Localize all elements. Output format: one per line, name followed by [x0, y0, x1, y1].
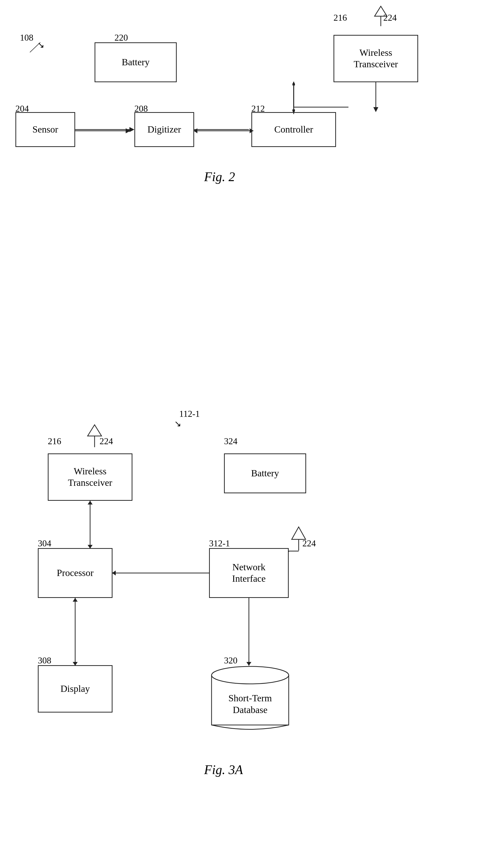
svg-marker-40 — [246, 662, 251, 666]
sensor-box: Sensor — [15, 112, 75, 147]
battery-box-fig2: Battery — [95, 43, 177, 82]
wireless-transceiver-box-fig2: Wireless Transceiver — [333, 35, 418, 82]
controller-box: Controller — [251, 112, 336, 147]
svg-marker-16 — [250, 128, 253, 133]
digitizer-box: Digitizer — [134, 112, 194, 147]
ref-108: 108 — [20, 32, 33, 43]
ref-220-label: 220 — [114, 32, 128, 43]
svg-marker-38 — [73, 662, 78, 666]
svg-marker-15 — [194, 128, 197, 133]
svg-marker-20 — [293, 109, 295, 113]
fig3a-label: Fig. 3A — [204, 763, 243, 777]
svg-marker-33 — [112, 571, 116, 576]
ref-216-label-fig2: 216 — [333, 12, 347, 23]
svg-marker-7 — [373, 107, 378, 112]
svg-marker-19 — [293, 82, 295, 85]
svg-marker-13 — [126, 128, 131, 133]
svg-marker-11 — [374, 6, 387, 16]
fig2-label: Fig. 2 — [204, 169, 235, 184]
svg-marker-31 — [88, 545, 93, 549]
svg-marker-37 — [73, 598, 78, 602]
svg-marker-30 — [88, 501, 93, 504]
